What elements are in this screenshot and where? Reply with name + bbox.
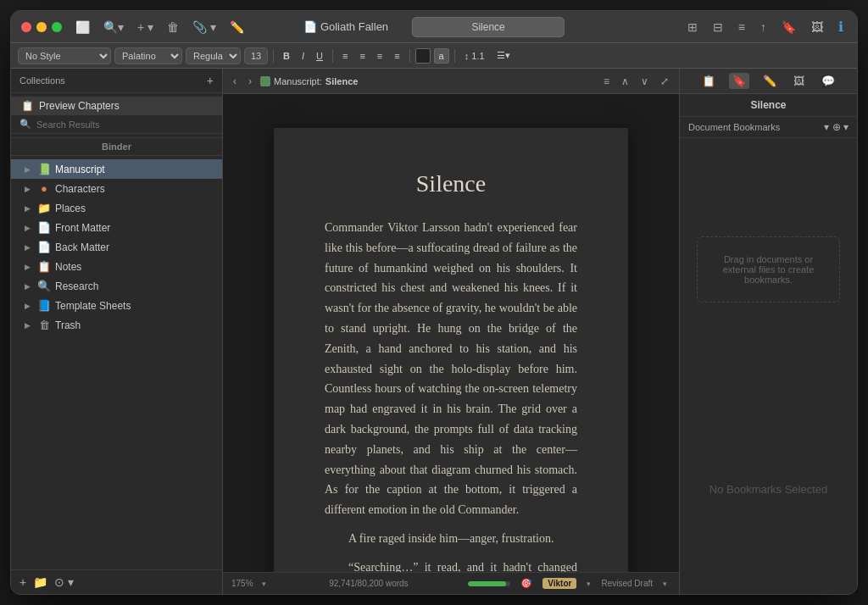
binder-item-characters[interactable]: ▶ ● Characters: [11, 179, 222, 198]
draft-dropdown-button[interactable]: ▾: [659, 578, 670, 590]
clip-button[interactable]: 📎 ▾: [189, 19, 220, 36]
sidebar-add-button[interactable]: +: [19, 575, 26, 589]
close-button[interactable]: [21, 22, 31, 32]
doc-status-left: 175% ▾: [231, 578, 270, 590]
search-icon: 🔍: [19, 119, 31, 130]
doc-toolbar-right: ≡ ∧ ∨ ⤢: [600, 74, 672, 89]
binder-item-research[interactable]: ▶ 🔍 Research: [11, 276, 222, 296]
doc-body[interactable]: Commander Viktor Larsson hadn't experien…: [325, 218, 577, 572]
doc-down-button[interactable]: ∨: [637, 74, 652, 89]
sidebar-toggle-button[interactable]: ⬜: [72, 19, 93, 36]
inspector-panel: 📋 🔖 ✏️ 🖼 💬 Silence Document Bookmarks ▾ …: [679, 69, 857, 594]
photo-button[interactable]: 🖼: [808, 19, 826, 36]
binder-item-manuscript[interactable]: ▶ 📗 Manuscript: [11, 159, 222, 179]
bold-button[interactable]: B: [279, 47, 294, 64]
trash-label: Trash: [55, 319, 215, 331]
nav-forward-button[interactable]: ›: [245, 74, 255, 89]
inspector-edit-button[interactable]: ✏️: [760, 73, 780, 89]
sidebar-search[interactable]: 🔍: [11, 115, 222, 134]
list-button[interactable]: ☰▾: [492, 47, 515, 64]
manuscript-label: Manuscript: [55, 164, 215, 175]
doc-expand-button[interactable]: ⤢: [657, 74, 672, 89]
inspector-title-bar: Silence: [680, 94, 857, 117]
sidebar-menu-button[interactable]: ⊙ ▾: [54, 575, 74, 589]
main-layout: Collections + 📋 Preview Chapters 🔍 Binde…: [11, 69, 857, 594]
doc-path-item: Silence: [326, 76, 359, 86]
search-input[interactable]: [36, 119, 214, 130]
minimize-button[interactable]: [36, 22, 47, 32]
text-color-box[interactable]: [415, 48, 431, 64]
binder-item-template-sheets[interactable]: ▶ 📘 Template Sheets: [11, 296, 222, 315]
title-bar: ⬜ 🔍▾ + ▾ 🗑 📎 ▾ ✏️ 📄 Goliath Fallen ⊞ ⊟ ≡…: [11, 11, 857, 43]
binder-items: ▶ 📗 Manuscript ▶ ● Characters ▶ 📁 Places: [11, 156, 222, 569]
line-spacing-button[interactable]: ↕ 1.1: [460, 47, 489, 64]
align-justify-button[interactable]: ≡: [390, 47, 403, 64]
back-matter-label: Back Matter: [55, 241, 215, 253]
doc-content[interactable]: Silence Commander Viktor Larsson hadn't …: [223, 94, 679, 572]
search-button[interactable]: 🔍▾: [100, 19, 127, 36]
template-sheets-label: Template Sheets: [55, 300, 215, 312]
target-button[interactable]: 🎯: [517, 576, 536, 591]
align-right-button[interactable]: ≡: [373, 47, 387, 64]
edit-button[interactable]: ✏️: [226, 19, 248, 36]
sidebar-bottom: + 📁 ⊙ ▾: [11, 569, 222, 594]
binder-item-front-matter[interactable]: ▶ 📄 Front Matter: [11, 218, 222, 237]
maximize-button[interactable]: [52, 22, 62, 32]
font-size-input[interactable]: [244, 47, 268, 64]
inspector-section-dropdown-button[interactable]: ▾: [824, 121, 829, 133]
binder-item-back-matter[interactable]: ▶ 📄 Back Matter: [11, 237, 222, 257]
font-selector[interactable]: Palatino: [114, 47, 182, 64]
progress-bar-fill: [468, 581, 506, 586]
doc-status-right: 🎯 Viktor ▾ Revised Draft ▾: [468, 576, 670, 591]
expand-arrow: ▶: [25, 185, 33, 193]
delete-button[interactable]: 🗑: [164, 19, 182, 36]
inspector-notes-button[interactable]: 📋: [698, 73, 719, 89]
add-collection-button[interactable]: +: [207, 74, 214, 87]
nav-back-button[interactable]: ‹: [230, 74, 240, 89]
app-title: 📄 Goliath Fallen: [303, 20, 388, 33]
weight-selector[interactable]: Regular: [186, 47, 241, 64]
highlight-color-box[interactable]: a: [434, 48, 449, 64]
sidebar-folder-button[interactable]: 📁: [33, 575, 47, 589]
format-separator-4: [454, 49, 455, 63]
format-separator-1: [273, 49, 274, 63]
document-search-input[interactable]: [420, 21, 557, 33]
inspector-comment-button[interactable]: 💬: [818, 73, 838, 89]
doc-paragraph-3: “Searching…” it read, and it hadn't chan…: [325, 558, 577, 572]
binder-item-notes[interactable]: ▶ 📋 Notes: [11, 257, 222, 276]
back-matter-icon: 📄: [37, 241, 51, 253]
style-selector[interactable]: No Style: [18, 47, 111, 64]
expand-arrow: ▶: [25, 263, 33, 271]
doc-path-label: Manuscript:: [274, 76, 322, 86]
underline-button[interactable]: U: [312, 47, 327, 64]
layout-button[interactable]: ⊟: [709, 19, 726, 36]
binder-item-places[interactable]: ▶ 📁 Places: [11, 198, 222, 218]
research-icon: 🔍: [37, 280, 51, 292]
share-button[interactable]: ↑: [757, 19, 770, 36]
binder-item-trash[interactable]: ▶ 🗑 Trash: [11, 315, 222, 335]
author-dropdown-button[interactable]: ▾: [583, 578, 594, 590]
align-left-button[interactable]: ≡: [338, 47, 352, 64]
align-center-button[interactable]: ≡: [355, 47, 369, 64]
preview-chapters-nav-item[interactable]: 📋 Preview Chapters: [11, 97, 222, 115]
format-bar: No Style Palatino Regular B I U ≡ ≡ ≡ ≡ …: [11, 43, 857, 69]
add-button[interactable]: + ▾: [134, 19, 157, 36]
inspector-section-header: Document Bookmarks ▾ ⊕ ▾: [680, 117, 857, 138]
doc-menu-button[interactable]: ≡: [600, 74, 613, 89]
document-search-bar[interactable]: [412, 17, 565, 37]
format-list-button[interactable]: ≡: [735, 19, 748, 36]
zoom-dropdown-button[interactable]: ▾: [259, 578, 270, 590]
doc-path: Manuscript: Silence: [260, 76, 358, 86]
inspector-section-add-button[interactable]: ⊕ ▾: [832, 121, 849, 133]
info-button[interactable]: ℹ: [835, 17, 847, 36]
inspector-photo-button[interactable]: 🖼: [790, 73, 808, 89]
bookmark-icon-button[interactable]: 🔖: [778, 19, 799, 36]
expand-arrow: ▶: [25, 282, 33, 291]
italic-button[interactable]: I: [298, 47, 309, 64]
doc-up-button[interactable]: ∧: [618, 74, 632, 89]
expand-arrow: ▶: [25, 302, 33, 310]
grid-view-button[interactable]: ⊞: [684, 19, 701, 36]
inspector-bookmarks-button[interactable]: 🔖: [729, 73, 749, 89]
notes-icon: 📋: [37, 260, 51, 273]
characters-label: Characters: [55, 183, 215, 195]
